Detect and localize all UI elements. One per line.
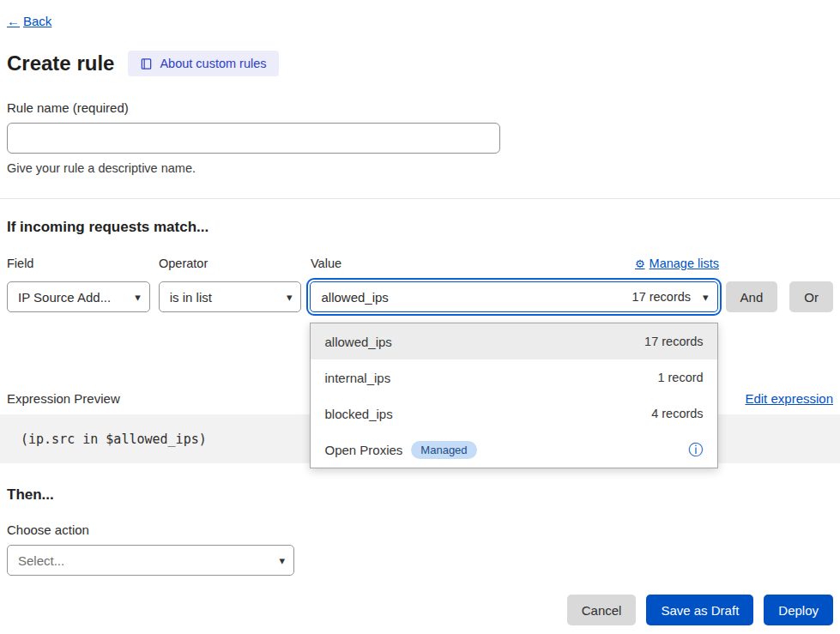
value-label: Value [311, 257, 341, 270]
operator-select[interactable]: is in list ▾ [159, 281, 302, 312]
edit-expression-link[interactable]: Edit expression [745, 391, 833, 406]
operator-label: Operator [159, 257, 302, 270]
cancel-button[interactable]: Cancel [567, 595, 637, 625]
value-select[interactable]: allowed_ips 17 records ▾ [310, 281, 717, 312]
match-section-heading: If incoming requests match... [7, 219, 833, 236]
page-title: Create rule [7, 51, 114, 75]
operator-select-value: is in list [170, 290, 212, 305]
deploy-button[interactable]: Deploy [764, 595, 833, 625]
save-as-draft-button[interactable]: Save as Draft [646, 595, 753, 625]
value-select-value: allowed_ips [321, 290, 388, 305]
and-button[interactable]: And [726, 281, 778, 312]
list-option-records: 17 records [644, 335, 704, 348]
title-row: Create rule About custom rules [7, 51, 833, 76]
list-option-records: 4 records [651, 407, 703, 420]
list-option-name: Open Proxies [324, 443, 402, 457]
action-select-placeholder: Select... [18, 553, 64, 568]
gear-icon: ⚙ [635, 257, 645, 270]
list-option-name: blocked_ips [324, 407, 392, 421]
footer-actions: Cancel Save as Draft Deploy [7, 595, 833, 625]
list-option-name: internal_ips [324, 371, 390, 385]
field-select-value: IP Source Add... [18, 290, 111, 305]
section-divider [0, 198, 840, 199]
match-labels-row: Field Operator Value ⚙ Manage lists [7, 257, 833, 270]
rule-name-help: Give your rule a descriptive name. [7, 161, 833, 175]
back-label: Back [23, 14, 51, 28]
list-option-blocked-ips[interactable]: blocked_ips 4 records [311, 395, 716, 432]
back-link[interactable]: ← Back [7, 14, 51, 28]
manage-lists-label: Manage lists [650, 257, 719, 270]
about-custom-rules-label: About custom rules [160, 57, 266, 70]
rule-name-input[interactable] [7, 123, 500, 154]
list-option-internal-ips[interactable]: internal_ips 1 record [311, 359, 716, 395]
or-button[interactable]: Or [789, 281, 833, 312]
chevron-down-icon: ▾ [703, 292, 709, 303]
chevron-down-icon: ▾ [135, 292, 141, 303]
about-custom-rules-link[interactable]: About custom rules [128, 51, 278, 76]
rule-name-group: Rule name (required) Give your rule a de… [7, 100, 833, 175]
list-option-allowed-ips[interactable]: allowed_ips 17 records [311, 323, 716, 359]
list-option-records: 1 record [657, 371, 703, 384]
field-select[interactable]: IP Source Add... ▾ [7, 281, 150, 312]
chevron-down-icon: ▾ [287, 292, 293, 303]
manage-lists-link[interactable]: ⚙ Manage lists [635, 257, 719, 270]
choose-action-label: Choose action [7, 522, 833, 537]
value-select-meta: 17 records [632, 290, 692, 304]
expression-text: (ip.src in $allowed_ips) [21, 432, 207, 447]
list-option-open-proxies[interactable]: Open Proxies Managed ⓘ [311, 432, 716, 468]
book-icon [140, 57, 153, 70]
info-icon[interactable]: ⓘ [689, 443, 704, 457]
value-dropdown: allowed_ips 17 records internal_ips 1 re… [310, 323, 717, 468]
managed-badge: Managed [411, 441, 476, 459]
rule-name-label: Rule name (required) [7, 100, 833, 115]
choose-action-group: Choose action Select... ▾ [7, 522, 833, 576]
chevron-down-icon: ▾ [279, 555, 285, 566]
then-section-heading: Then... [7, 486, 833, 504]
list-option-name: allowed_ips [324, 335, 391, 349]
value-select-wrap: allowed_ips 17 records ▾ allowed_ips 17 … [310, 281, 717, 312]
expression-preview-label: Expression Preview [7, 391, 120, 406]
field-label: Field [7, 257, 150, 270]
back-arrow-icon: ← [7, 14, 20, 28]
match-controls-row: IP Source Add... ▾ is in list ▾ allowed_… [7, 281, 833, 312]
action-select[interactable]: Select... ▾ [7, 545, 294, 576]
